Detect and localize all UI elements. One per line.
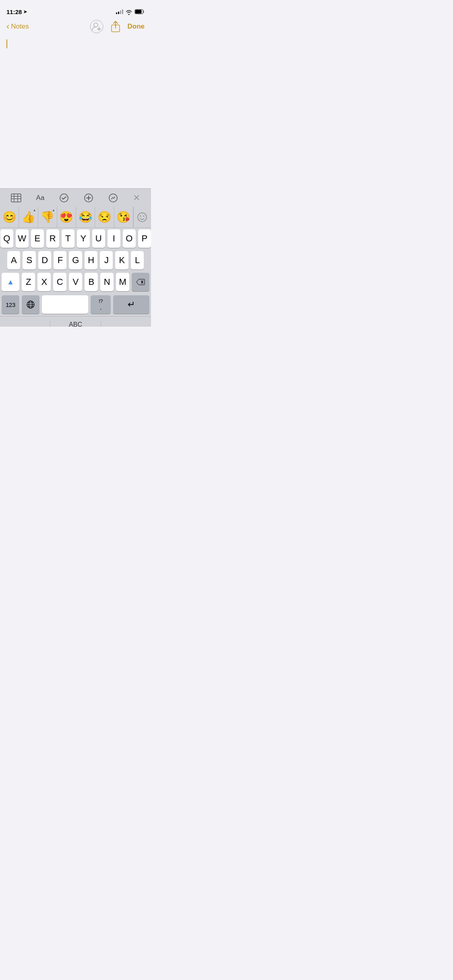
predictive-abc-label: ABC	[69, 321, 82, 327]
key-g[interactable]: G	[69, 251, 82, 270]
key-y[interactable]: Y	[77, 229, 90, 248]
key-u[interactable]: U	[92, 229, 105, 248]
key-w[interactable]: W	[16, 229, 29, 248]
nav-bar: ‹ Notes Done	[0, 18, 151, 35]
key-v[interactable]: V	[69, 273, 82, 291]
delete-key[interactable]	[132, 273, 149, 291]
key-p[interactable]: P	[138, 229, 151, 248]
emoji-smiley[interactable]: 😊	[0, 207, 19, 227]
keyboard: Q W E R T Y U I O P A S D F G H J K L ▲ …	[0, 228, 151, 316]
back-chevron-icon: ‹	[6, 22, 9, 31]
emoji-arrow-up-2: ▲	[52, 208, 55, 212]
key-e[interactable]: E	[31, 229, 44, 248]
time-display: 11:28	[6, 8, 22, 15]
key-a[interactable]: A	[7, 251, 20, 270]
checklist-button[interactable]	[55, 191, 73, 204]
punct-top: !?	[99, 298, 103, 305]
text-format-button[interactable]: Aa	[32, 192, 49, 204]
key-i[interactable]: I	[108, 229, 120, 248]
table-button[interactable]	[7, 192, 25, 204]
back-label: Notes	[11, 23, 29, 31]
predictive-bar: ABC	[0, 316, 151, 327]
emoji-arrow-up: ▲	[33, 208, 36, 212]
keyboard-row-4: 123 !? , ↵	[0, 294, 151, 316]
key-f[interactable]: F	[54, 251, 66, 270]
emoji-row: 😊 👍▲ 👎▲ 😍 😂 😒 😘	[0, 207, 151, 228]
globe-key[interactable]	[22, 295, 39, 314]
svg-rect-2	[135, 10, 142, 13]
back-button[interactable]: ‹ Notes	[6, 23, 29, 31]
key-b[interactable]: B	[85, 273, 98, 291]
keyboard-toolbar: Aa ✕	[0, 188, 151, 207]
predictive-word-left[interactable]	[0, 321, 50, 327]
emoji-kissing[interactable]: 😘	[114, 207, 133, 227]
key-l[interactable]: L	[131, 251, 144, 270]
space-key[interactable]	[42, 295, 88, 314]
svg-point-13	[60, 194, 68, 202]
emoji-unamused[interactable]: 😒	[95, 207, 114, 227]
keyboard-row-1: Q W E R T Y U I O P	[0, 229, 151, 248]
markup-button[interactable]	[104, 191, 122, 204]
predictive-word-center[interactable]: ABC	[50, 318, 100, 327]
punct-key[interactable]: !? ,	[91, 295, 111, 314]
predictive-word-right[interactable]	[101, 321, 151, 327]
text-cursor	[6, 39, 7, 48]
svg-point-4	[94, 23, 98, 27]
wifi-icon	[126, 9, 132, 14]
add-person-button[interactable]	[90, 20, 103, 33]
battery-icon	[134, 9, 145, 14]
svg-rect-8	[11, 194, 21, 202]
svg-point-20	[143, 215, 145, 216]
key-x[interactable]: X	[37, 273, 51, 291]
status-bar: 11:28 ➤	[0, 0, 151, 18]
emoji-heart-eyes[interactable]: 😍	[57, 207, 76, 227]
key-t[interactable]: T	[62, 229, 74, 248]
add-content-button[interactable]	[80, 191, 97, 204]
signal-bars	[116, 9, 123, 14]
done-button[interactable]: Done	[128, 23, 145, 31]
emoji-laughing[interactable]: 😂	[76, 207, 95, 227]
dismiss-keyboard-button[interactable]: ✕	[129, 191, 144, 205]
key-r[interactable]: R	[46, 229, 59, 248]
key-k[interactable]: K	[115, 251, 128, 270]
status-time: 11:28 ➤	[6, 8, 27, 15]
svg-point-19	[140, 215, 141, 216]
svg-point-18	[138, 213, 147, 222]
key-z[interactable]: Z	[22, 273, 35, 291]
emoji-thumbsup[interactable]: 👍▲	[19, 207, 38, 227]
emoji-keyboard-button[interactable]	[133, 207, 151, 227]
keyboard-row-3: ▲ Z X C V B N M	[0, 273, 151, 291]
status-icons	[116, 9, 145, 14]
nav-actions: Done	[90, 20, 145, 33]
key-c[interactable]: C	[53, 273, 66, 291]
keyboard-row-2: A S D F G H J K L	[0, 251, 151, 270]
return-key[interactable]: ↵	[113, 295, 149, 314]
key-s[interactable]: S	[23, 251, 35, 270]
key-n[interactable]: N	[100, 273, 114, 291]
signal-bar-1	[116, 12, 117, 14]
punct-bottom: ,	[100, 305, 101, 311]
numbers-key[interactable]: 123	[2, 295, 19, 314]
key-d[interactable]: D	[38, 251, 51, 270]
svg-rect-1	[143, 10, 144, 13]
signal-bar-3	[120, 10, 121, 14]
location-icon: ➤	[23, 9, 27, 14]
shift-key[interactable]: ▲	[2, 273, 19, 291]
key-m[interactable]: M	[116, 273, 129, 291]
key-o[interactable]: O	[123, 229, 136, 248]
share-button[interactable]	[111, 21, 120, 32]
key-q[interactable]: Q	[0, 229, 13, 248]
note-content-area[interactable]	[0, 35, 151, 188]
signal-bar-4	[122, 9, 123, 14]
emoji-thumbsdown[interactable]: 👎▲	[38, 207, 57, 227]
key-h[interactable]: H	[85, 251, 97, 270]
key-j[interactable]: J	[100, 251, 113, 270]
signal-bar-2	[118, 12, 119, 14]
